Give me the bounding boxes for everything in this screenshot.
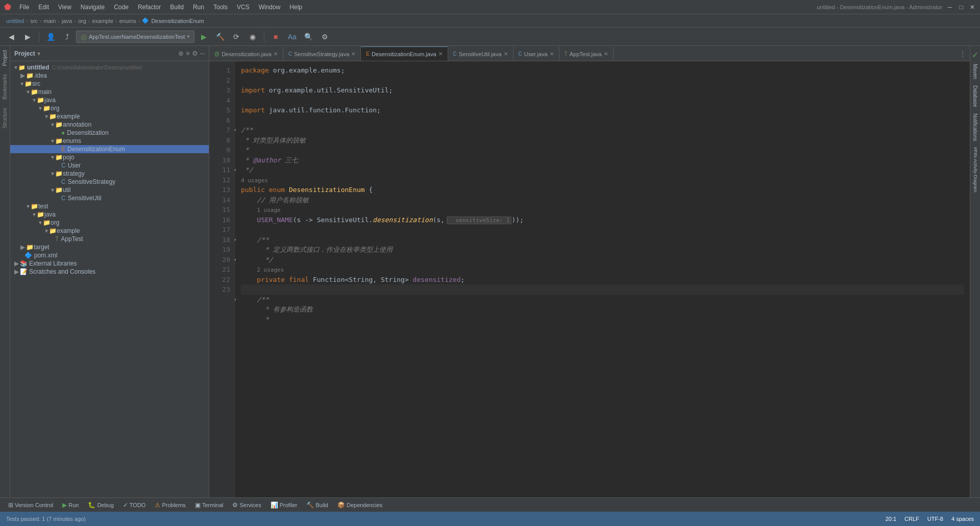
profile-button[interactable]: 👤 [43, 30, 58, 43]
tree-item-example-test[interactable]: ▾ 📁 example [10, 227, 209, 235]
tree-item-desensitization-annotation[interactable]: ● Desensitization [10, 129, 209, 137]
tree-item-annotation[interactable]: ▾ 📁 annotation [10, 121, 209, 129]
maximize-button[interactable]: □ [958, 4, 965, 11]
terminal-button[interactable]: ▣ Terminal [191, 500, 228, 510]
menu-tools[interactable]: Tools [209, 3, 232, 12]
tab-sensitive-util[interactable]: C SensitiveUtil.java ✕ [448, 46, 513, 61]
tree-item-idea[interactable]: ▶ 📁 .idea [10, 71, 209, 80]
forward-button[interactable]: ▶ [20, 30, 35, 43]
tree-item-java-test[interactable]: ▾ 📁 java [10, 210, 209, 219]
todo-button[interactable]: ✓ TODO [119, 500, 150, 510]
tab-close-4[interactable]: ✕ [550, 51, 554, 57]
maven-icon[interactable]: Maven [971, 62, 979, 81]
tree-item-untitled[interactable]: ▾ 📁 untitled C:\Users\Administrator\Desk… [10, 63, 209, 71]
tree-item-desensitization-enum[interactable]: E DesensitizationEnum [10, 145, 209, 153]
panel-settings-icon[interactable]: ⚙ [192, 50, 198, 57]
dependencies-button[interactable]: 📦 Dependencies [333, 500, 386, 510]
activity-diagram-icon[interactable]: #PIN-Activity-Diagram [972, 145, 979, 195]
indent-info[interactable]: 4 spaces [951, 516, 974, 522]
panel-close-icon[interactable]: ─ [200, 50, 205, 57]
tree-item-sensitive-util[interactable]: C SensitiveUtil [10, 194, 209, 202]
menu-run[interactable]: Run [189, 3, 208, 12]
run-tool-button[interactable]: ▶ Run [58, 500, 83, 510]
tree-item-main[interactable]: ▾ 📁 main [10, 88, 209, 96]
navigate-button[interactable]: ⤴ [60, 30, 74, 43]
tab-desensitization[interactable]: @ Desensitization.java ✕ [209, 46, 283, 61]
line-ending[interactable]: CRLF [904, 516, 919, 522]
bc-src[interactable]: src [30, 18, 38, 24]
database-icon[interactable]: Database [971, 83, 979, 109]
run-config-dropdown[interactable]: ◎ AppTest.userNameDesensitizationTest ▾ [76, 31, 194, 43]
tree-item-enums[interactable]: ▾ 📁 enums [10, 137, 209, 145]
tree-item-example[interactable]: ▾ 📁 example [10, 112, 209, 121]
tab-close-3[interactable]: ✕ [504, 51, 508, 57]
stop-button[interactable]: ■ [268, 30, 283, 43]
tree-item-sensitive-strategy[interactable]: C SensitiveStrategy [10, 178, 209, 186]
notifications-icon[interactable]: Notifications [971, 111, 979, 143]
tree-item-pojo[interactable]: ▾ 📁 pojo [10, 153, 209, 161]
tab-close-0[interactable]: ✕ [274, 51, 278, 57]
menu-edit[interactable]: Edit [34, 3, 53, 12]
panel-collapse-icon[interactable]: ≡ [186, 50, 190, 57]
tree-item-test[interactable]: ▾ 📁 test [10, 202, 209, 210]
menu-navigate[interactable]: Navigate [77, 3, 109, 12]
tree-item-org[interactable]: ▾ 📁 org [10, 104, 209, 112]
bc-org[interactable]: org [78, 18, 86, 24]
settings-button[interactable]: ⚙ [317, 30, 332, 43]
menu-help[interactable]: Help [285, 3, 306, 12]
project-tab-icon[interactable]: Project [1, 48, 9, 68]
tree-item-apptest[interactable]: T AppTest [10, 235, 209, 243]
tabs-more-button[interactable]: ⋮ [955, 46, 970, 61]
tree-item-target[interactable]: ▶ 📁 target [10, 243, 209, 251]
tree-item-src[interactable]: ▾ 📁 src [10, 80, 209, 88]
tab-close-5[interactable]: ✕ [604, 51, 608, 57]
menu-vcs[interactable]: VCS [233, 3, 254, 12]
tree-item-java-main[interactable]: ▾ 📁 java [10, 96, 209, 104]
tree-item-org-test[interactable]: ▾ 📁 org [10, 219, 209, 227]
version-control-button[interactable]: ⊞ Version Control [4, 500, 57, 510]
menu-code[interactable]: Code [110, 3, 133, 12]
bc-java[interactable]: java [62, 18, 72, 24]
menu-view[interactable]: View [54, 3, 76, 12]
bc-enums[interactable]: enums [119, 18, 136, 24]
panel-scope-icon[interactable]: ⊕ [178, 50, 184, 57]
profile-run-button[interactable]: ◉ [246, 30, 260, 43]
build-tool-button[interactable]: 🔨 Build [302, 500, 332, 510]
menu-file[interactable]: File [15, 3, 33, 12]
tab-desensitization-enum[interactable]: E DesensitizationEnum.java ✕ [361, 46, 448, 61]
menu-window[interactable]: Window [255, 3, 285, 12]
bookmarks-icon[interactable]: Bookmarks [1, 72, 9, 102]
code-editor[interactable]: package org.example.enums; import org.ex… [235, 61, 970, 497]
tree-item-pom[interactable]: 🔷 pom.xml [10, 251, 209, 259]
bc-main[interactable]: main [44, 18, 56, 24]
build-button[interactable]: 🔨 [213, 30, 227, 43]
tree-item-util[interactable]: ▾ 📁 util [10, 186, 209, 194]
tab-user[interactable]: C User.java ✕ [513, 46, 559, 61]
tab-close-2[interactable]: ✕ [438, 51, 443, 57]
tree-item-user[interactable]: C User [10, 161, 209, 170]
panel-arrow[interactable]: ▾ [37, 50, 40, 57]
bc-active[interactable]: DesensitizationEnum [151, 18, 204, 24]
bc-untitled[interactable]: untitled [6, 18, 24, 24]
problems-button[interactable]: ⚠ Problems [151, 500, 189, 510]
debug-button[interactable]: 🐛 Debug [84, 500, 117, 510]
back-button[interactable]: ◀ [4, 30, 18, 43]
tree-item-strategy[interactable]: ▾ 📁 strategy [10, 170, 209, 178]
tab-sensitive-strategy[interactable]: C SensitiveStrategy.java ✕ [283, 46, 361, 61]
bc-example[interactable]: example [92, 18, 113, 24]
run-button[interactable]: ▶ [197, 30, 211, 43]
profiler-button[interactable]: 📊 Profiler [266, 500, 302, 510]
menu-refactor[interactable]: Refactor [134, 3, 165, 12]
tab-close-1[interactable]: ✕ [351, 51, 355, 57]
coverage-button[interactable]: ⟳ [229, 30, 243, 43]
search-button[interactable]: 🔍 [301, 30, 315, 43]
cursor-position[interactable]: 20:1 [886, 516, 896, 522]
close-button[interactable]: ✕ [969, 4, 976, 11]
tab-apptest[interactable]: T AppTest.java ✕ [559, 46, 614, 61]
menu-build[interactable]: Build [166, 3, 188, 12]
structure-icon[interactable]: Structure [1, 106, 9, 131]
tree-item-scratches[interactable]: ▶ 📝 Scratches and Consoles [10, 268, 209, 276]
minimize-button[interactable]: ─ [946, 4, 953, 11]
tree-item-external-libs[interactable]: ▶ 📚 External Libraries [10, 259, 209, 268]
translate-button[interactable]: Aa [285, 30, 299, 43]
